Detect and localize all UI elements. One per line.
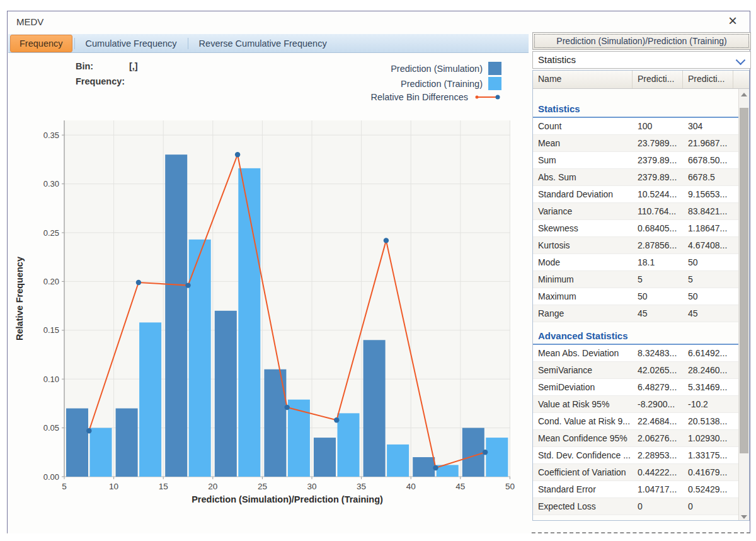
stat-value: 0.52429... [683,484,740,494]
tab-frequency[interactable]: Frequency [10,35,72,52]
histogram-chart[interactable]: 0.000.050.100.150.200.250.300.3551015202… [8,53,529,533]
stat-name: Skewness [533,223,633,233]
stat-value: 50 [683,257,740,267]
stat-value: 5 [683,274,740,284]
statistics-dropdown[interactable]: Statistics [532,51,751,69]
table-row[interactable]: Range4545 [533,305,740,322]
svg-text:0.30: 0.30 [43,179,59,189]
column-header-name[interactable]: Name [533,71,633,88]
tab-reverse-cumulative-frequency[interactable]: Reverse Cumulative Frequency [190,35,336,52]
table-row[interactable]: Mode18.150 [533,254,740,271]
stat-value: 18.1 [633,257,683,267]
tab-cumulative-frequency[interactable]: Cumulative Frequency [77,35,186,52]
table-row[interactable]: Cond. Value at Risk 9...22.4684...20.513… [533,413,740,430]
table-row[interactable]: Coefficient of Variation0.44222...0.4167… [533,464,740,481]
stat-value: 6678.5 [683,172,740,182]
table-row[interactable]: Standard Deviation10.5244...9.15653... [533,186,740,203]
stat-name: Value at Risk 95% [533,399,633,409]
stat-value: 50 [683,291,740,301]
table-row[interactable]: Mean Abs. Deviation8.32483...6.61492... [533,345,740,362]
stat-name: Cond. Value at Risk 9... [533,416,633,426]
table-row[interactable]: Value at Risk 95%-8.2900...-10.2 [533,396,740,413]
tab-separator [74,38,75,49]
stat-value: 304 [683,121,740,131]
stat-value: 5 [633,274,683,284]
stat-value: -8.2900... [633,399,683,409]
stat-value: 0.44222... [633,467,683,477]
table-row[interactable]: Count100304 [533,118,740,135]
stat-name: Mode [533,257,633,267]
column-header-prediction-1[interactable]: Predicti... [633,71,683,88]
svg-text:0.35: 0.35 [43,131,59,140]
column-header-prediction-2[interactable]: Predicti... [683,71,733,88]
section-title: Advanced Statistics [533,330,628,344]
table-row[interactable]: Mean Confidence 95%2.06276...1.02930... [533,430,740,447]
frequency-label: Frequency: [76,76,125,86]
stat-value: 50 [633,291,683,301]
stat-name: Count [533,121,633,131]
table-row[interactable]: Standard Error1.04717...0.52429... [533,481,740,498]
table-row[interactable]: Maximum5050 [533,288,740,305]
stat-name: Mean Abs. Deviation [533,348,633,358]
stat-name: Std. Dev. Confidence ... [533,450,633,460]
svg-text:0.25: 0.25 [43,228,59,238]
stat-name: Kurtosis [533,240,633,250]
close-icon[interactable]: × [724,13,741,29]
stats-table-header: Name Predicti... Predicti... [533,71,749,89]
legend-label: Prediction (Simulation) [391,64,483,74]
section-header-row: Advanced Statistics [533,322,740,345]
legend-item-simulation: Prediction (Simulation) [391,62,501,75]
stat-name: Minimum [533,274,633,284]
vertical-scrollbar[interactable] [738,89,749,521]
svg-text:20: 20 [208,482,217,491]
stat-value: 2.06276... [633,433,683,443]
stat-name: Variance [533,206,633,216]
table-row[interactable]: Mean23.7989...21.9687... [533,135,740,152]
tab-separator [188,38,188,49]
table-row[interactable]: Minimum55 [533,271,740,288]
chart-legend: Prediction (Simulation) Prediction (Trai… [371,62,501,104]
stat-value: 110.764... [633,206,683,216]
table-row[interactable]: Skewness0.68405...1.18647... [533,220,740,237]
stat-name: SemiDeviation [533,382,633,392]
svg-text:35: 35 [357,482,366,491]
stat-value: 28.2460... [683,365,740,375]
stats-table: Name Predicti... Predicti... StatisticsC… [532,70,750,521]
variable-header-button[interactable]: Prediction (Simulation)/Prediction (Trai… [532,32,751,50]
stat-name: Sum [533,155,633,165]
svg-text:50: 50 [505,482,515,491]
stat-name: Range [533,308,633,318]
scroll-up-icon[interactable] [739,89,749,100]
stat-value: 45 [633,308,683,318]
table-row[interactable]: Abs. Sum2379.89...6678.5 [533,169,740,186]
stat-value: 1.33175... [683,450,740,460]
stat-value: 10.5244... [633,189,683,199]
table-row[interactable]: Sum2379.89...6678.50... [533,152,740,169]
scroll-down-icon[interactable] [739,511,749,521]
chart-area: Bin: [,] Frequency: Prediction (Simulati… [8,53,529,533]
stat-value: 1.04717... [633,484,683,494]
table-row[interactable]: SemiVariance42.0265...28.2460... [533,362,740,379]
stat-value: 0 [683,501,740,511]
title-bar: MEDV × [8,11,750,34]
table-row[interactable]: Std. Dev. Confidence ...2.28953...1.3317… [533,447,740,464]
table-row[interactable]: Kurtosis2.87856...4.67408... [533,237,740,254]
stat-value: 83.8421... [683,206,740,216]
table-row[interactable]: Variance110.764...83.8421... [533,203,740,220]
stat-name: SemiVariance [533,365,633,375]
svg-text:15: 15 [159,482,168,491]
svg-text:Prediction (Simulation)/Predic: Prediction (Simulation)/Prediction (Trai… [192,494,383,504]
section-title: Statistics [533,103,580,117]
stat-name: Expected Loss [533,501,633,511]
svg-text:45: 45 [455,482,465,491]
chevron-down-icon [736,55,746,66]
stat-value: 1.02930... [683,433,740,443]
stat-value: 2.87856... [633,240,683,250]
stat-value: 6678.50... [683,155,740,165]
stat-name: Maximum [533,291,633,301]
table-row[interactable]: Expected Loss00 [533,498,740,515]
table-row[interactable]: SemiDeviation6.48279...5.31469... [533,379,740,396]
stat-value: 20.5138... [683,416,740,426]
stat-value: 1.18647... [683,223,740,233]
scrollbar-thumb[interactable] [740,108,748,453]
